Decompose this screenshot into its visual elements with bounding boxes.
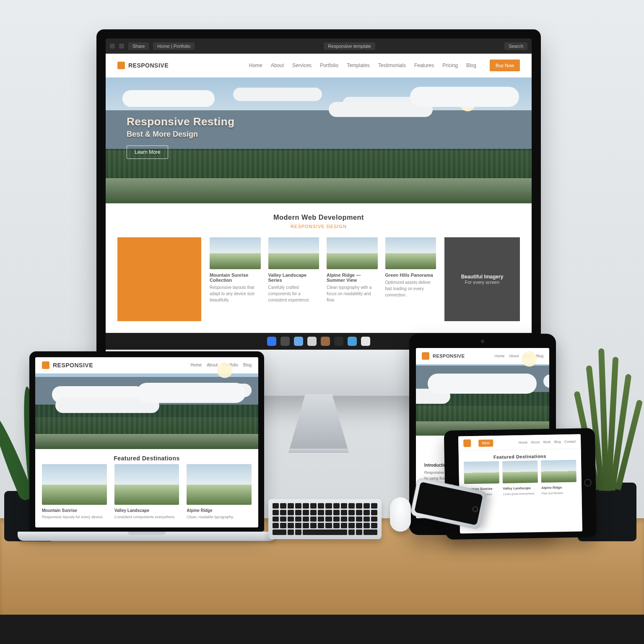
feature-card[interactable]: Green Hills Panorama Optimized assets de…: [385, 237, 436, 321]
aside-panel[interactable]: Beautiful Imagery For every screen: [444, 237, 520, 321]
card-title: Mountain Sunrise: [42, 508, 107, 513]
feature-card[interactable]: Alpine Ridge — Summer View Clean typogra…: [327, 237, 378, 321]
dock-app-icon[interactable]: [267, 337, 276, 346]
card-title: Alpine Ridge: [187, 508, 252, 513]
card-text: Fast and flexible.: [541, 491, 576, 496]
site-logo[interactable]: [463, 439, 471, 447]
card-text: Consistent components everywhere.: [114, 514, 179, 520]
menubar-item[interactable]: Share: [128, 42, 149, 50]
nav-link[interactable]: Work: [543, 440, 551, 444]
card-row: Mountain Sunrise Collection Responsive l…: [106, 236, 532, 333]
feature-card[interactable]: Alpine Ridge Fast and flexible.: [541, 460, 576, 496]
nav-link[interactable]: Features: [414, 62, 434, 68]
site-navbar: RESPONSIVE Home About Services Portfolio…: [106, 54, 532, 78]
nav-link[interactable]: About: [531, 440, 540, 444]
feature-card[interactable]: Alpine Ridge Clean, readable typography.: [187, 464, 252, 520]
nav-link[interactable]: Blog: [466, 62, 476, 68]
card-thumbnail: [268, 237, 319, 269]
section-title: Featured Destinations: [35, 449, 258, 462]
dock-app-icon[interactable]: [307, 337, 317, 346]
os-menu-bar: Share Home | Portfolio Responsive templa…: [106, 39, 532, 54]
feature-card[interactable]: Mountain Sunrise Collection Responsive l…: [210, 237, 261, 321]
card-title: Valley Landscape Series: [268, 273, 319, 283]
nav-link[interactable]: Contact: [564, 439, 576, 443]
nav-link[interactable]: Services: [292, 62, 312, 68]
apple-menu-icon[interactable]: [110, 44, 115, 49]
feature-card[interactable]: Valley Landscape Consistent components e…: [114, 464, 179, 520]
app-menu-icon[interactable]: [119, 44, 124, 49]
nav-link[interactable]: Home: [249, 62, 262, 68]
new-badge: NEW: [478, 439, 493, 447]
card-text: Clean typography with a focus on readabi…: [327, 284, 378, 303]
site-navbar: NEW Home About Work Blog Contact: [458, 434, 581, 451]
keyboard[interactable]: [268, 499, 382, 539]
dock-app-icon[interactable]: [334, 337, 343, 346]
card-text: Responsive layouts that adapt to any dev…: [210, 284, 261, 303]
logo-mark-icon: [117, 62, 125, 69]
aside-title: Beautiful Imagery: [451, 274, 513, 280]
dock-app-icon[interactable]: [348, 337, 357, 346]
card-text: Carefully crafted components for a consi…: [268, 284, 319, 303]
card-title: Valley Landscape: [503, 486, 538, 490]
card-title: Alpine Ridge: [541, 485, 576, 489]
dock-app-icon[interactable]: [280, 337, 290, 346]
card-thumbnail: [385, 237, 436, 269]
section-subtitle: RESPONSIVE DESIGN: [106, 224, 532, 229]
macbook-device: RESPONSIVE Home About Portfolio Blog Fea…: [29, 351, 264, 541]
camera-icon: [481, 340, 484, 343]
card-thumbnail: [210, 237, 261, 269]
site-logo[interactable]: RESPONSIVE: [117, 62, 169, 69]
card-title: Valley Landscape: [114, 508, 179, 513]
aside-subtitle: For every screen: [451, 280, 513, 285]
dock-app-icon[interactable]: [321, 337, 330, 346]
cta-button[interactable]: Buy Now: [490, 60, 520, 71]
nav-link[interactable]: About: [271, 62, 284, 68]
nav-link[interactable]: Testimonials: [378, 62, 406, 68]
feature-card[interactable]: Valley Landscape Series Carefully crafte…: [268, 237, 319, 321]
section-title: Modern Web Development: [106, 203, 532, 224]
home-button-icon[interactable]: [584, 479, 592, 486]
feature-card[interactable]: Valley Landscape Looks great everywhere.: [502, 460, 538, 496]
card-text: Clean, readable typography.: [187, 514, 252, 520]
hero-title: Responsive Resting: [127, 115, 235, 128]
hero-subtitle: Best & More Design: [127, 130, 235, 139]
window-title: Responsive template: [324, 42, 375, 50]
card-text: Responsive layouts for every device.: [42, 514, 107, 520]
nav-link[interactable]: Templates: [347, 62, 370, 68]
feature-card[interactable]: Mountain Sunrise Responsive layouts for …: [42, 464, 107, 520]
website-laptop: RESPONSIVE Home About Portfolio Blog Fea…: [35, 357, 258, 527]
hero-button[interactable]: Learn More: [127, 145, 168, 159]
card-text: Looks great everywhere.: [503, 491, 538, 496]
nav-link[interactable]: Home: [519, 440, 527, 444]
home-button-icon[interactable]: [472, 506, 479, 513]
dock-app-icon[interactable]: [361, 337, 370, 346]
nav-link[interactable]: Portfolio: [320, 62, 338, 68]
nav-link[interactable]: Blog: [554, 440, 561, 444]
dock-app-icon[interactable]: [294, 337, 303, 346]
nav-link[interactable]: Pricing: [442, 62, 458, 68]
card-title: Mountain Sunrise Collection: [210, 273, 261, 283]
accent-tile[interactable]: [117, 237, 201, 321]
mouse[interactable]: [390, 497, 411, 532]
card-title: Green Hills Panorama: [385, 273, 436, 278]
card-text: Optimized assets deliver fast loading on…: [385, 279, 436, 298]
hero-section: Responsive Resting Best & More Design Le…: [106, 78, 532, 203]
search-field[interactable]: Search: [504, 42, 527, 50]
card-title: Alpine Ridge — Summer View: [327, 273, 378, 283]
logo-mark-icon: [463, 439, 471, 447]
nav-links: Home About Services Portfolio Templates …: [249, 62, 476, 68]
brand-name: RESPONSIVE: [128, 62, 169, 69]
browser-tab[interactable]: Home | Portfolio: [153, 42, 195, 50]
card-thumbnail: [327, 237, 378, 269]
website-desktop: RESPONSIVE Home About Services Portfolio…: [106, 54, 532, 333]
